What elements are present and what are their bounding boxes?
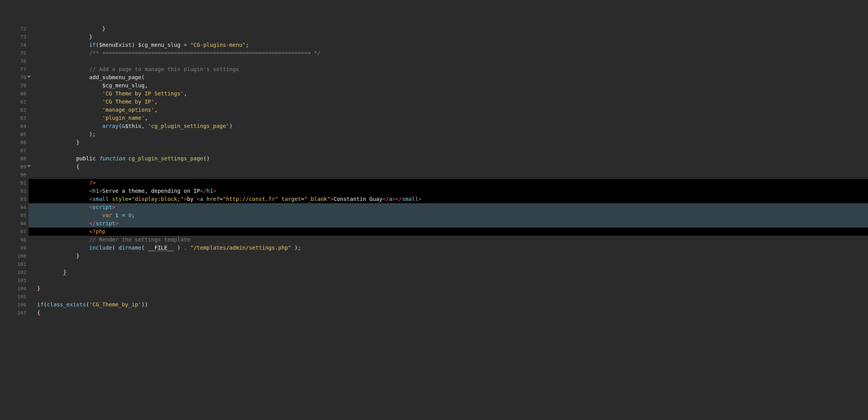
line-number[interactable]: 83	[0, 114, 26, 122]
line-number[interactable]: 101	[0, 260, 26, 268]
line-highlight	[29, 252, 868, 260]
code-text: ?>	[37, 180, 96, 186]
code-token: )	[131, 42, 138, 48]
code-token: __FILE__	[148, 245, 174, 251]
line-number[interactable]: 97	[0, 228, 26, 236]
code-token: {	[76, 163, 79, 170]
code-token: by	[187, 196, 197, 202]
code-token: small	[402, 196, 418, 202]
line-number[interactable]: 90	[0, 171, 26, 179]
code-token	[278, 196, 281, 202]
line-number[interactable]: 88	[0, 155, 26, 163]
code-token: </	[89, 220, 96, 226]
line-number[interactable]: 85	[0, 130, 26, 138]
code-line[interactable]: var i = 0;	[37, 211, 868, 219]
code-line[interactable]: 'CG Theme by IP Settings',	[37, 90, 868, 98]
code-line[interactable]	[37, 260, 868, 268]
line-number[interactable]: 79	[0, 82, 26, 90]
line-number[interactable]: 94	[0, 203, 26, 211]
code-token: "CG-plugins-menu"	[190, 42, 245, 48]
code-line[interactable]: <script>	[37, 203, 868, 211]
code-line[interactable]: <h1>Serve a theme, depending on IP</h1>	[37, 187, 868, 195]
line-number[interactable]: 75	[0, 49, 26, 57]
code-token: .	[184, 245, 187, 251]
line-number[interactable]: 72	[0, 25, 26, 33]
line-number-gutter[interactable]: 7273747576777879808182838485868788899091…	[0, 25, 29, 420]
line-highlight	[29, 163, 868, 171]
code-line[interactable]: <?php	[37, 228, 868, 236]
line-number[interactable]: 107	[0, 309, 26, 317]
line-number[interactable]: 78	[0, 73, 26, 82]
line-number[interactable]: 100	[0, 252, 26, 260]
code-line[interactable]: <small style="display:block;">by <a href…	[37, 195, 868, 203]
code-line[interactable]	[37, 276, 868, 284]
code-line[interactable]: }	[37, 138, 868, 146]
line-highlight	[29, 73, 868, 82]
code-line[interactable]: /** ====================================…	[37, 49, 868, 57]
code-line[interactable]: public function cg_plugin_settings_page(…	[37, 155, 868, 163]
line-number[interactable]: 81	[0, 98, 26, 106]
code-line[interactable]: );	[37, 130, 868, 138]
code-line[interactable]: ?>	[37, 179, 868, 187]
line-highlight	[29, 292, 868, 301]
code-line[interactable]	[37, 171, 868, 179]
line-number[interactable]: 102	[0, 268, 26, 276]
code-line[interactable]: $cg_menu_slug,	[37, 82, 868, 90]
code-line[interactable]: }	[37, 25, 868, 33]
code-line[interactable]	[37, 146, 868, 155]
line-number[interactable]: 82	[0, 106, 26, 114]
line-number[interactable]: 73	[0, 33, 26, 41]
code-line[interactable]: 'plugin_name',	[37, 114, 868, 122]
line-number[interactable]: 103	[0, 276, 26, 284]
code-line[interactable]: 'manage_options',	[37, 106, 868, 114]
line-number[interactable]: 99	[0, 244, 26, 252]
code-line[interactable]: }	[37, 268, 868, 276]
code-line[interactable]: array(&$this, 'cg_plugin_settings_page')	[37, 122, 868, 130]
line-highlight	[29, 138, 868, 146]
line-number[interactable]: 93	[0, 195, 26, 203]
code-token: </	[395, 196, 402, 202]
line-number[interactable]: 74	[0, 41, 26, 49]
code-editor[interactable]: 7273747576777879808182838485868788899091…	[0, 25, 868, 420]
code-token: ,	[154, 107, 157, 113]
code-line[interactable]: add_submenu_page(	[37, 73, 868, 82]
code-line[interactable]: </script>	[37, 219, 868, 228]
code-token: (	[112, 245, 119, 251]
line-number[interactable]: 89	[0, 163, 26, 171]
code-line[interactable]: if($menuExist) $cg_menu_slug = "CG-plugi…	[37, 41, 868, 49]
code-line[interactable]: {	[37, 309, 868, 317]
line-number[interactable]: 86	[0, 138, 26, 146]
code-line[interactable]: // Add a page to manage this plugin's se…	[37, 65, 868, 73]
line-number[interactable]: 98	[0, 236, 26, 244]
code-text: {	[37, 309, 40, 316]
line-number[interactable]: 106	[0, 301, 26, 309]
code-line[interactable]: }	[37, 284, 868, 292]
line-number[interactable]: 92	[0, 187, 26, 195]
code-line[interactable]: include( dirname( __FILE__ ) . "/templat…	[37, 244, 868, 252]
line-number[interactable]: 96	[0, 219, 26, 228]
code-line[interactable]: }	[37, 33, 868, 41]
line-number[interactable]: 104	[0, 284, 26, 292]
code-line[interactable]: if(class_exists('CG_Theme_by_ip'))	[37, 301, 868, 309]
line-highlight	[29, 179, 868, 187]
code-token: 'CG Theme by IP'	[102, 99, 155, 105]
code-area[interactable]: } } if($menuExist) $cg_menu_slug = "CG-p…	[29, 25, 868, 420]
code-token: </	[200, 188, 206, 194]
code-line[interactable]	[37, 57, 868, 65]
line-number[interactable]: 76	[0, 57, 26, 65]
code-line[interactable]: 'CG Theme by IP',	[37, 98, 868, 106]
code-line[interactable]: // Render the settings template	[37, 236, 868, 244]
line-number[interactable]: 84	[0, 122, 26, 130]
code-line[interactable]: {	[37, 163, 868, 171]
line-highlight	[29, 33, 868, 41]
line-number[interactable]: 87	[0, 146, 26, 155]
code-token: =	[220, 196, 223, 202]
line-number[interactable]: 95	[0, 211, 26, 219]
code-line[interactable]: }	[37, 252, 868, 260]
code-line[interactable]	[37, 292, 868, 301]
line-number[interactable]: 80	[0, 90, 26, 98]
line-number[interactable]: 105	[0, 292, 26, 301]
line-number[interactable]: 77	[0, 65, 26, 73]
code-token: <?php	[89, 228, 106, 235]
line-number[interactable]: 91	[0, 179, 26, 187]
